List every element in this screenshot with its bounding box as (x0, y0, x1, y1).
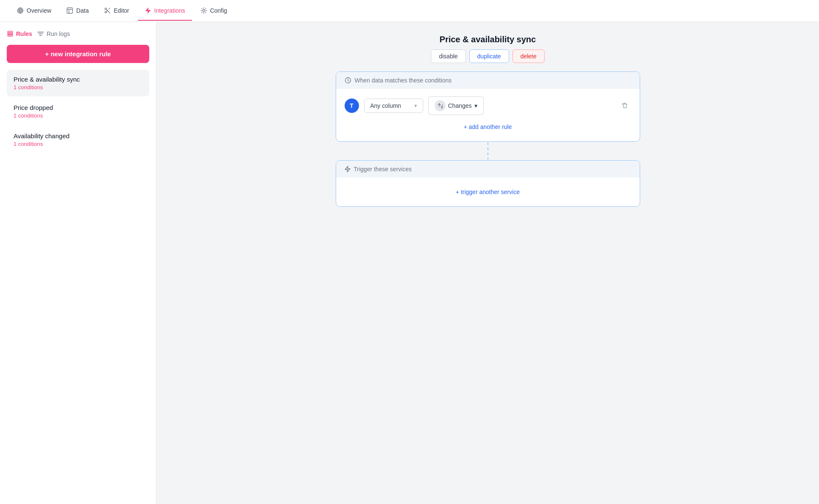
rule-header: Price & availability sync disable duplic… (173, 35, 802, 63)
conditions-body: T Any column ▾ Changes ▾ (336, 89, 640, 141)
rules-list: Price & availability sync 1 conditions P… (7, 70, 149, 153)
rules-tab[interactable]: Rules (7, 30, 32, 37)
svg-point-9 (203, 10, 205, 12)
column-dropdown[interactable]: Any column ▾ (364, 99, 423, 113)
trigger-box: Trigger these services + trigger another… (336, 160, 640, 207)
trigger-body: + trigger another service (336, 178, 640, 206)
nav-editor-label: Editor (114, 7, 129, 14)
gear-icon (200, 7, 207, 14)
rule-item-availability-changed[interactable]: Availability changed 1 conditions (7, 126, 149, 153)
table-icon (66, 7, 73, 14)
connector-area (173, 142, 802, 160)
run-logs-tab-label: Run logs (47, 30, 70, 37)
operation-label: Changes (448, 102, 472, 109)
delete-row-button[interactable] (618, 99, 631, 112)
svg-rect-1 (67, 8, 73, 14)
nav-integrations-label: Integrations (154, 7, 185, 14)
nav-overview[interactable]: Overview (10, 1, 58, 21)
connector-line (488, 142, 488, 159)
add-rule-link[interactable]: + add another rule (345, 120, 631, 134)
nav-data-label: Data (76, 7, 89, 14)
scissors-icon (104, 7, 111, 14)
trigger-header-text: Trigger these services (354, 166, 412, 173)
filter-icon (37, 30, 44, 37)
rule-conditions: 1 conditions (14, 141, 142, 147)
rule-conditions: 1 conditions (14, 84, 142, 90)
conditions-header: When data matches these conditions (336, 72, 640, 89)
nav-config-label: Config (210, 7, 227, 14)
new-rule-button[interactable]: + new integration rule (7, 45, 149, 63)
globe-icon (17, 7, 24, 14)
sidebar: Rules Run logs + new integration rule Pr… (0, 22, 156, 504)
trigger-header: Trigger these services (336, 161, 640, 178)
add-service-link[interactable]: + trigger another service (452, 185, 523, 199)
svg-point-4 (105, 8, 107, 10)
clock-icon (345, 77, 351, 84)
conditions-box: When data matches these conditions T Any… (336, 71, 640, 142)
trigger-zap-icon (345, 166, 351, 173)
rule-name: Availability changed (14, 132, 142, 140)
svg-line-8 (109, 8, 110, 9)
nav-integrations[interactable]: Integrations (138, 1, 192, 21)
rule-actions: disable duplicate delete (173, 49, 802, 63)
main-layout: Rules Run logs + new integration rule Pr… (0, 22, 819, 504)
conditions-header-text: When data matches these conditions (355, 77, 452, 84)
nav-data[interactable]: Data (60, 1, 96, 21)
svg-rect-12 (8, 35, 13, 36)
rule-name: Price & availability sync (14, 76, 142, 83)
rule-conditions: 1 conditions (14, 112, 142, 119)
svg-point-5 (105, 11, 107, 13)
duplicate-button[interactable]: duplicate (469, 49, 509, 63)
svg-rect-11 (8, 33, 13, 35)
column-label: Any column (370, 102, 401, 109)
condition-row: T Any column ▾ Changes ▾ (345, 96, 631, 115)
operation-dropdown[interactable]: Changes ▾ (428, 96, 484, 115)
main-content: Price & availability sync disable duplic… (156, 22, 819, 504)
rule-name: Price dropped (14, 104, 142, 111)
chevron-down-icon: ▾ (414, 103, 417, 109)
db-icon (7, 30, 14, 37)
disable-button[interactable]: disable (431, 49, 466, 63)
top-nav: Overview Data Editor (0, 0, 819, 22)
run-logs-tab[interactable]: Run logs (37, 30, 70, 37)
trash-icon (621, 102, 628, 110)
rule-item-price-dropped[interactable]: Price dropped 1 conditions (7, 98, 149, 125)
rule-item-price-availability[interactable]: Price & availability sync 1 conditions (7, 70, 149, 96)
chevron-down-icon-2: ▾ (474, 102, 477, 109)
rules-tab-label: Rules (16, 30, 32, 37)
nav-overview-label: Overview (27, 7, 51, 14)
nav-config[interactable]: Config (194, 1, 234, 21)
sidebar-tabs: Rules Run logs (7, 30, 149, 37)
nav-editor[interactable]: Editor (97, 1, 136, 21)
zap-icon (145, 7, 151, 14)
svg-rect-10 (8, 31, 13, 33)
rule-title: Price & availability sync (173, 35, 802, 44)
changes-icon (435, 100, 446, 111)
column-badge: T (345, 99, 359, 113)
delete-button[interactable]: delete (512, 49, 545, 63)
